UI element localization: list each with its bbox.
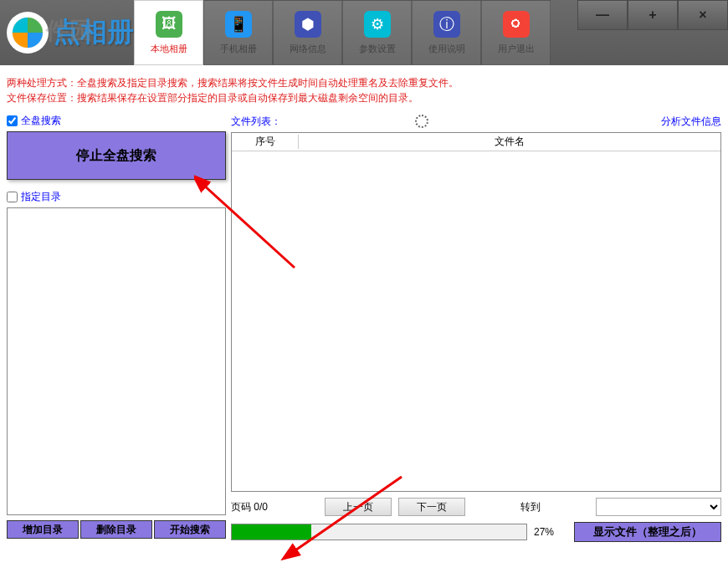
- full-search-label: 全盘搜索: [21, 114, 61, 128]
- gear-icon: ⚙: [364, 11, 391, 38]
- loading-spinner-icon: [415, 115, 428, 128]
- tab-label: 手机相册: [220, 43, 257, 55]
- tab-label: 用户退出: [498, 43, 535, 55]
- info-line-1: 两种处理方式：全盘搜索及指定目录搜索，搜索结果将按文件生成时间自动处理重名及去除…: [7, 75, 721, 90]
- goto-label: 转到: [520, 500, 541, 514]
- watermark-text: 件园: [46, 15, 93, 47]
- tab-local-album[interactable]: 🖼 本地相册: [134, 0, 203, 65]
- info-line-2: 文件保存位置：搜索结果保存在设置部分指定的目录或自动保存到最大磁盘剩余空间的目录…: [7, 90, 721, 105]
- start-search-button[interactable]: 开始搜索: [154, 520, 226, 539]
- specify-dir-checkbox[interactable]: [7, 192, 18, 202]
- tab-help[interactable]: ⓘ 使用说明: [412, 0, 481, 65]
- tab-network-info[interactable]: ⬢ 网络信息: [273, 0, 342, 65]
- right-panel: 文件列表： 分析文件信息 序号 文件名 页码 0/0 上一页 下一页 转到: [231, 114, 721, 542]
- directory-listbox[interactable]: [7, 207, 226, 515]
- maximize-button[interactable]: +: [628, 0, 678, 30]
- pager: 页码 0/0 上一页 下一页 转到: [231, 497, 721, 517]
- info-text: 两种处理方式：全盘搜索及指定目录搜索，搜索结果将按文件生成时间自动处理重名及去除…: [7, 75, 721, 105]
- progress-percent: 27%: [534, 526, 567, 538]
- progress-fill: [232, 524, 311, 540]
- logo-area: 点相册 件园: [0, 0, 134, 65]
- progress-bar: [231, 524, 527, 540]
- tab-label: 参数设置: [359, 43, 396, 55]
- content-area: 两种处理方式：全盘搜索及指定目录搜索，搜索结果将按文件生成时间自动处理重名及去除…: [0, 65, 728, 549]
- network-icon: ⬢: [295, 11, 321, 38]
- power-icon: ⭘: [503, 11, 530, 38]
- left-panel: 全盘搜索 停止全盘搜索 指定目录 增加目录 删除目录 开始搜索: [7, 114, 226, 542]
- tab-phone-album[interactable]: 📱 手机相册: [203, 0, 273, 65]
- titlebar: 点相册 件园 🖼 本地相册 📱 手机相册 ⬢ 网络信息 ⚙ 参数设置 ⓘ 使用说…: [0, 0, 728, 65]
- close-button[interactable]: ×: [678, 0, 728, 30]
- next-page-button[interactable]: 下一页: [398, 498, 465, 516]
- del-dir-button[interactable]: 删除目录: [80, 520, 152, 539]
- window-controls: — + ×: [577, 0, 728, 30]
- phone-icon: 📱: [225, 11, 252, 38]
- tab-label: 本地相册: [151, 43, 187, 55]
- add-dir-button[interactable]: 增加目录: [7, 520, 79, 539]
- minimize-button[interactable]: —: [577, 0, 628, 30]
- table-header: 序号 文件名: [232, 133, 720, 151]
- full-search-checkbox[interactable]: [7, 115, 18, 126]
- file-table: 序号 文件名: [231, 132, 721, 492]
- image-icon: 🖼: [156, 11, 182, 38]
- tab-exit[interactable]: ⭘ 用户退出: [481, 0, 551, 65]
- info-icon: ⓘ: [433, 11, 460, 38]
- col-number[interactable]: 序号: [232, 135, 299, 149]
- file-list-label: 文件列表：: [231, 115, 281, 129]
- specify-dir-label: 指定目录: [21, 190, 61, 204]
- tab-label: 使用说明: [428, 43, 465, 55]
- prev-page-button[interactable]: 上一页: [325, 498, 392, 516]
- col-filename[interactable]: 文件名: [299, 135, 720, 149]
- show-files-button[interactable]: 显示文件（整理之后）: [574, 522, 721, 542]
- main-toolbar: 🖼 本地相册 📱 手机相册 ⬢ 网络信息 ⚙ 参数设置 ⓘ 使用说明 ⭘ 用户退…: [134, 0, 551, 65]
- page-label: 页码 0/0: [231, 500, 268, 514]
- progress-row: 27% 显示文件（整理之后）: [231, 522, 721, 542]
- tab-label: 网络信息: [290, 43, 326, 55]
- stop-search-button[interactable]: 停止全盘搜索: [7, 131, 226, 180]
- analyze-file-link[interactable]: 分析文件信息: [661, 115, 721, 129]
- app-logo-icon: [7, 12, 49, 54]
- goto-page-select[interactable]: [596, 498, 721, 516]
- tab-settings[interactable]: ⚙ 参数设置: [342, 0, 412, 65]
